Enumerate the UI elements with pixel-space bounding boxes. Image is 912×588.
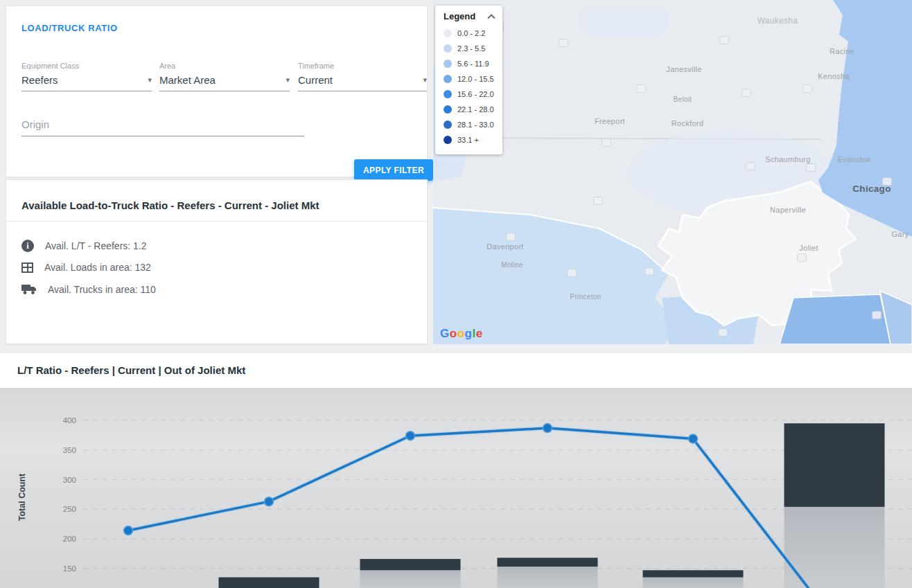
origin-input[interactable] xyxy=(21,116,304,136)
y-tick-label: 400 xyxy=(63,416,76,425)
google-logo: Google xyxy=(440,327,483,341)
legend-color-dot xyxy=(444,136,452,144)
road-shield-icon xyxy=(742,89,751,97)
info-icon: i xyxy=(21,240,34,252)
ratio-data-point xyxy=(265,497,274,506)
road-shield-icon xyxy=(593,197,603,205)
truck-count-bar xyxy=(784,423,885,507)
road-shield-icon xyxy=(746,162,755,170)
map-legend-card: Legend 0.0 - 2.22.3 - 5.55.6 - 11.912.0 … xyxy=(435,6,502,154)
area-label: Area xyxy=(159,62,290,70)
timeframe-dropdown[interactable]: Timeframe Current ▾ xyxy=(298,62,427,91)
area-value: Market Area xyxy=(159,74,216,86)
stat-trucks-text: Avail. Trucks in area: 110 xyxy=(48,284,156,295)
legend-range-label: 12.0 - 15.5 xyxy=(457,75,494,83)
stat-ratio-text: Avail. L/T - Reefers: 1.2 xyxy=(45,240,147,251)
truck-count-bar xyxy=(643,570,744,577)
google-logo-letter: o xyxy=(457,327,465,340)
truck-count-bar xyxy=(498,558,598,567)
filters-panel: LOAD/TRUCK RATIO Equipment Class Reefers… xyxy=(6,6,428,177)
map-legend-item: 15.6 - 22.0 xyxy=(444,87,496,102)
stat-loads-text: Avail. Loads in area: 132 xyxy=(44,262,151,273)
google-logo-letter: g xyxy=(465,327,473,340)
map-legend-item: 0.0 - 2.2 xyxy=(444,26,496,41)
grid-icon xyxy=(21,262,33,273)
stat-row-loads: Avail. Loads in area: 132 xyxy=(21,262,151,273)
load-count-bar xyxy=(498,567,598,588)
y-tick-label: 150 xyxy=(63,564,76,573)
chevron-down-icon: ▾ xyxy=(423,75,427,84)
legend-color-dot xyxy=(444,90,452,98)
google-logo-letter: e xyxy=(476,327,483,340)
timeframe-value: Current xyxy=(298,74,333,86)
map-legend-item: 2.3 - 5.5 xyxy=(444,41,496,56)
map-legend-title: Legend xyxy=(444,11,475,21)
road-shield-icon xyxy=(797,253,807,262)
map-canvas xyxy=(433,0,912,344)
chart-title: L/T Ratio - Reefers | Current | Out of J… xyxy=(17,364,245,376)
map-legend-item: 12.0 - 15.5 xyxy=(444,71,496,87)
map-legend-item: 5.6 - 11.9 xyxy=(444,56,496,71)
equipment-class-dropdown[interactable]: Equipment Class Reefers ▾ xyxy=(21,62,152,91)
chevron-down-icon: ▾ xyxy=(148,75,152,84)
legend-color-dot xyxy=(444,75,452,83)
map-legend-items: 0.0 - 2.22.3 - 5.55.6 - 11.912.0 - 15.51… xyxy=(444,26,496,148)
road-shield-icon xyxy=(559,39,568,47)
truck-count-bar xyxy=(219,578,319,588)
dashboard: LOAD/TRUCK RATIO Equipment Class Reefers… xyxy=(0,0,912,588)
ratio-line xyxy=(128,428,834,588)
legend-range-label: 28.1 - 33.0 xyxy=(457,121,494,129)
chevron-up-icon[interactable] xyxy=(487,14,496,19)
road-shield-icon xyxy=(506,233,516,241)
timeframe-label: Timeframe xyxy=(298,62,427,70)
legend-range-label: 0.0 - 2.2 xyxy=(457,29,485,37)
summary-panel: Available Load-to-Truck Ratio - Reefers … xyxy=(6,179,428,344)
chart-plot-area: 400350300250200150Total Count xyxy=(0,388,912,588)
road-shield-icon xyxy=(719,36,729,44)
divider xyxy=(6,221,427,222)
load-count-bar xyxy=(643,578,744,588)
road-shield-icon xyxy=(803,84,812,93)
ratio-data-point xyxy=(124,526,133,535)
legend-color-dot xyxy=(444,121,452,129)
chevron-down-icon: ▾ xyxy=(286,75,290,84)
map-legend-item: 22.1 - 28.0 xyxy=(444,102,496,117)
legend-range-label: 22.1 - 28.0 xyxy=(457,105,494,114)
road-shield-icon xyxy=(636,84,646,93)
road-shield-icon xyxy=(872,311,882,319)
panel-title: LOAD/TRUCK RATIO xyxy=(21,23,118,33)
google-logo-letter: o xyxy=(450,327,457,340)
equipment-class-label: Equipment Class xyxy=(21,62,152,70)
ratio-data-point xyxy=(406,431,415,440)
summary-title: Available Load-to-Truck Ratio - Reefers … xyxy=(21,199,319,211)
map-legend-item: 28.1 - 33.0 xyxy=(444,117,496,132)
legend-range-label: 2.3 - 5.5 xyxy=(457,44,485,53)
apply-filter-button[interactable]: APPLY FILTER xyxy=(354,159,433,181)
road-shield-icon xyxy=(602,139,611,147)
chart-svg: 400350300250200150Total Count xyxy=(0,388,912,588)
y-tick-label: 300 xyxy=(63,476,76,484)
y-tick-label: 200 xyxy=(63,535,76,543)
road-shield-icon xyxy=(644,267,654,276)
ratio-data-point xyxy=(689,434,698,443)
legend-range-label: 5.6 - 11.9 xyxy=(457,60,489,68)
legend-range-label: 33.1 + xyxy=(457,136,479,144)
google-logo-letter: G xyxy=(440,327,450,340)
road-shield-icon xyxy=(806,163,816,172)
area-dropdown[interactable]: Area Market Area ▾ xyxy=(159,62,290,91)
map[interactable]: WaukeshaRacineKenoshaJanesvilleBeloitFre… xyxy=(433,0,912,344)
map-legend-item: 33.1 + xyxy=(444,132,496,148)
truck-icon xyxy=(21,284,37,295)
y-tick-label: 350 xyxy=(63,446,76,454)
stat-row-trucks: Avail. Trucks in area: 110 xyxy=(21,284,156,295)
road-shield-icon xyxy=(718,328,728,337)
legend-color-dot xyxy=(444,60,452,68)
load-count-bar xyxy=(360,570,461,588)
legend-color-dot xyxy=(444,105,452,114)
road-shield-icon xyxy=(567,269,577,277)
legend-color-dot xyxy=(444,44,452,53)
legend-color-dot xyxy=(444,29,452,37)
truck-count-bar xyxy=(360,559,461,570)
road-shield-icon xyxy=(882,177,892,186)
equipment-class-value: Reefers xyxy=(21,74,58,86)
